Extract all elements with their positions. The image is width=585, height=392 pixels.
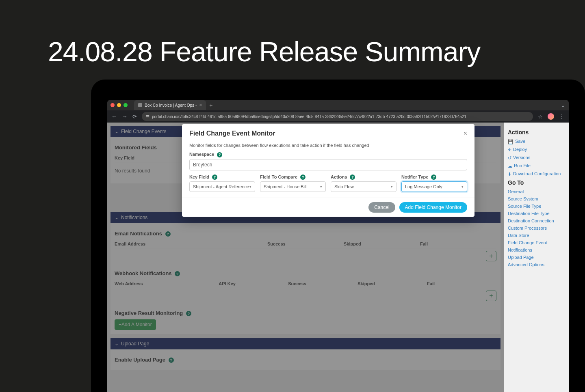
page-heading: 24.08.28 Feature Release Summary (48, 36, 480, 67)
notifier-type-value: Log Message Only (405, 184, 442, 189)
modal-description: Monitor fields for changes between flow … (189, 143, 467, 148)
help-icon[interactable]: ? (431, 174, 436, 180)
field-compare-select[interactable]: Shipment - House Bill ▾ (260, 181, 326, 192)
save-icon: 💾 (508, 139, 514, 144)
laptop-frame: Box Co Invoice | Agent Ops - × + ⌄ ← → ⟳… (91, 80, 585, 392)
notifier-type-select[interactable]: Log Message Only ▾ (401, 181, 467, 192)
action-save[interactable]: 💾Save (508, 139, 565, 144)
chevron-down-icon: ▾ (462, 185, 464, 189)
field-change-event-modal: Field Change Event Monitor × Monitor fie… (182, 124, 474, 217)
actions-heading: Actions (508, 129, 565, 136)
nav-back-button[interactable]: ← (111, 113, 117, 120)
goto-general[interactable]: General (508, 189, 565, 194)
browser-address-bar: ← → ⟳ ☰ portal.chain.io/c/fb6c34c8-f4fd-… (107, 110, 569, 123)
actions-select[interactable]: Skip Flow ▾ (331, 181, 396, 192)
help-icon[interactable]: ? (350, 174, 355, 180)
window-close-button[interactable] (110, 103, 115, 107)
browser-tab-bar: Box Co Invoice | Agent Ops - × + ⌄ (107, 100, 569, 110)
goto-custom-processors[interactable]: Custom Processors (508, 226, 565, 230)
right-sidebar: Actions 💾Save ✈Deploy ↺Versions ☁Run Fil… (504, 123, 569, 392)
window-maximize-button[interactable] (124, 103, 128, 107)
help-icon[interactable]: ? (300, 174, 306, 180)
chevron-down-icon: ▾ (249, 185, 251, 189)
goto-destination-file-type[interactable]: Destination File Type (508, 211, 565, 216)
field-compare-label: Field To Compare (260, 174, 297, 179)
cloud-icon: ☁ (508, 164, 512, 168)
download-icon: ⬇ (508, 172, 511, 177)
field-compare-value: Shipment - House Bill (264, 184, 307, 189)
goto-advanced-options[interactable]: Advanced Options (508, 262, 565, 267)
url-input[interactable]: ☰ portal.chain.io/c/fb6c34c8-f4fd-461c-a… (142, 112, 533, 121)
goto-destination-connection[interactable]: Destination Connection (508, 218, 565, 223)
goto-source-system[interactable]: Source System (508, 196, 565, 201)
goto-notifications[interactable]: Notifications (508, 248, 565, 252)
deploy-icon: ✈ (508, 147, 511, 152)
tab-title: Box Co Invoice | Agent Ops - (145, 103, 197, 108)
key-field-value: Shipment - Agent Reference (193, 184, 249, 189)
tab-close-icon[interactable]: × (199, 102, 202, 108)
action-run-file[interactable]: ☁Run File (508, 163, 565, 169)
tab-favicon-icon (138, 103, 142, 107)
namespace-input[interactable] (189, 159, 467, 170)
bookmark-icon[interactable]: ☆ (538, 114, 543, 120)
browser-tab[interactable]: Box Co Invoice | Agent Ops - × (134, 100, 206, 110)
cancel-button[interactable]: Cancel (368, 202, 395, 213)
url-text: portal.chain.io/c/fb6c34c8-f4fd-461c-a85… (152, 114, 466, 119)
goto-source-file-type[interactable]: Source File Type (508, 204, 565, 209)
window-minimize-button[interactable] (117, 103, 121, 107)
goto-upload-page[interactable]: Upload Page (508, 255, 565, 260)
profile-avatar[interactable] (548, 113, 554, 120)
history-icon: ↺ (508, 155, 511, 160)
chevron-down-icon: ▾ (391, 185, 393, 189)
new-tab-button[interactable]: + (209, 102, 212, 108)
goto-field-change-event[interactable]: Field Change Event (508, 240, 565, 245)
action-download-config[interactable]: ⬇Download Configuration (508, 171, 565, 177)
reload-button[interactable]: ⟳ (132, 114, 137, 120)
namespace-label: Namespace (189, 152, 214, 157)
site-info-icon: ☰ (146, 114, 150, 119)
nav-forward-button[interactable]: → (122, 113, 128, 120)
tab-dropdown-icon[interactable]: ⌄ (561, 102, 566, 108)
modal-close-button[interactable]: × (464, 130, 467, 137)
action-deploy[interactable]: ✈Deploy (508, 147, 565, 153)
actions-label: Actions (331, 174, 347, 179)
help-icon[interactable]: ? (212, 174, 217, 180)
action-versions[interactable]: ↺Versions (508, 155, 565, 161)
browser-menu-icon[interactable]: ⋮ (559, 113, 565, 120)
notifier-type-label: Notifier Type (401, 174, 428, 179)
goto-data-store[interactable]: Data Store (508, 233, 565, 238)
help-icon[interactable]: ? (217, 152, 222, 157)
key-field-select[interactable]: Shipment - Agent Reference ▾ (189, 181, 255, 192)
add-field-change-monitor-button[interactable]: Add Field Change Monitor (399, 202, 467, 213)
goto-heading: Go To (508, 179, 565, 186)
actions-value: Skip Flow (334, 184, 354, 189)
modal-title: Field Change Event Monitor (189, 130, 275, 137)
screen: Box Co Invoice | Agent Ops - × + ⌄ ← → ⟳… (107, 100, 569, 392)
key-field-label: Key Field (189, 174, 209, 179)
chevron-down-icon: ▾ (320, 185, 322, 189)
